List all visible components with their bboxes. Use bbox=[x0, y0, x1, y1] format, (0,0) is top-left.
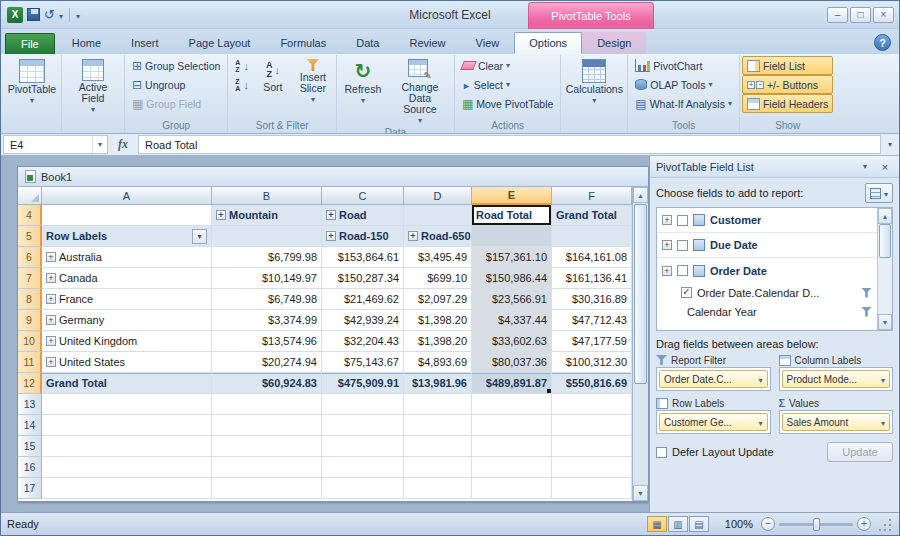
cell[interactable] bbox=[42, 394, 212, 415]
cell[interactable] bbox=[212, 226, 322, 247]
cell[interactable]: $21,469.62 bbox=[322, 289, 404, 310]
qat-customize-icon[interactable] bbox=[76, 9, 80, 21]
maximize-button[interactable] bbox=[850, 7, 871, 23]
cell[interactable]: $1,398.20 bbox=[404, 331, 472, 352]
cell[interactable]: Australia bbox=[42, 247, 212, 268]
tab-formulas[interactable]: Formulas bbox=[265, 32, 341, 54]
expand-icon[interactable] bbox=[46, 252, 56, 262]
cell[interactable]: $550,816.69 bbox=[552, 373, 632, 394]
tab-options[interactable]: Options bbox=[514, 32, 582, 54]
excel-app-icon[interactable] bbox=[7, 7, 23, 23]
cell[interactable]: $3,495.49 bbox=[404, 247, 472, 268]
move-pivottable-button[interactable]: Move PivotTable bbox=[457, 94, 558, 113]
row-header[interactable]: 5 bbox=[18, 226, 42, 247]
update-button[interactable]: Update bbox=[827, 442, 893, 462]
cell[interactable] bbox=[404, 394, 472, 415]
cell[interactable] bbox=[322, 415, 404, 436]
cell[interactable]: $153,864.61 bbox=[322, 247, 404, 268]
field-headers-toggle[interactable]: Field Headers bbox=[742, 94, 833, 113]
tab-review[interactable]: Review bbox=[394, 32, 460, 54]
cell[interactable] bbox=[552, 394, 632, 415]
cell[interactable] bbox=[404, 436, 472, 457]
cell[interactable]: $2,097.29 bbox=[404, 289, 472, 310]
collapse-icon[interactable] bbox=[662, 266, 672, 276]
cell[interactable] bbox=[472, 436, 552, 457]
column-labels-box[interactable]: Product Mode... bbox=[779, 367, 894, 391]
checkbox-checked[interactable] bbox=[681, 287, 692, 298]
undo-dropdown-icon[interactable] bbox=[59, 9, 63, 21]
expand-icon[interactable] bbox=[662, 240, 672, 250]
cell[interactable]: Road-150 bbox=[322, 226, 404, 247]
row-header[interactable]: 6 bbox=[18, 247, 42, 268]
zoom-level[interactable]: 100% bbox=[725, 518, 753, 530]
cell[interactable] bbox=[212, 457, 322, 478]
cell[interactable]: $100,312.30 bbox=[552, 352, 632, 373]
expand-icon[interactable] bbox=[46, 357, 56, 367]
normal-view-button[interactable] bbox=[647, 516, 667, 532]
column-header-d[interactable]: D bbox=[404, 187, 472, 205]
cell[interactable] bbox=[212, 394, 322, 415]
expand-icon[interactable] bbox=[46, 294, 56, 304]
help-icon[interactable] bbox=[874, 34, 891, 51]
cell[interactable] bbox=[212, 436, 322, 457]
cell[interactable]: $157,361.10 bbox=[472, 247, 552, 268]
field-item-order-date[interactable]: Order Date bbox=[657, 258, 877, 283]
cell[interactable]: United Kingdom bbox=[42, 331, 212, 352]
name-box[interactable]: E4 bbox=[3, 135, 108, 154]
minimize-button[interactable] bbox=[827, 7, 848, 23]
column-header-f[interactable]: F bbox=[552, 187, 632, 205]
values-box[interactable]: Sales Amount bbox=[779, 410, 894, 434]
cell[interactable]: Road bbox=[322, 205, 404, 226]
pane-layout-button[interactable] bbox=[865, 183, 893, 203]
cell[interactable]: $13,981.96 bbox=[404, 373, 472, 394]
expand-icon[interactable] bbox=[326, 231, 336, 241]
tab-page-layout[interactable]: Page Layout bbox=[174, 32, 266, 54]
cell[interactable]: $23,566.91 bbox=[472, 289, 552, 310]
cell[interactable] bbox=[322, 457, 404, 478]
calculations-button[interactable]: Calculations ▾ bbox=[563, 56, 625, 116]
row-header[interactable]: 9 bbox=[18, 310, 42, 331]
cell[interactable]: $6,799.98 bbox=[212, 247, 322, 268]
cell[interactable]: Road-650 bbox=[404, 226, 472, 247]
undo-icon[interactable] bbox=[44, 7, 55, 22]
page-break-view-button[interactable] bbox=[689, 516, 709, 532]
column-header-b[interactable]: B bbox=[212, 187, 322, 205]
cell[interactable] bbox=[552, 226, 632, 247]
save-icon[interactable] bbox=[27, 8, 40, 21]
row-header[interactable]: 12 bbox=[18, 373, 42, 394]
scroll-down-icon[interactable] bbox=[633, 485, 648, 501]
cell[interactable]: $80,037.36 bbox=[472, 352, 552, 373]
cell[interactable]: $10,149.97 bbox=[212, 268, 322, 289]
scroll-up-icon[interactable] bbox=[878, 208, 892, 224]
group-field-button[interactable]: Group Field bbox=[127, 94, 225, 113]
sort-ascending-button[interactable]: AZ bbox=[230, 56, 254, 75]
cell[interactable]: $47,712.43 bbox=[552, 310, 632, 331]
cell[interactable] bbox=[322, 478, 404, 499]
cell[interactable]: Row Labels bbox=[42, 226, 212, 247]
field-pill[interactable]: Sales Amount bbox=[782, 413, 891, 431]
cell[interactable] bbox=[472, 415, 552, 436]
vertical-scrollbar[interactable] bbox=[632, 187, 648, 501]
cell[interactable] bbox=[404, 478, 472, 499]
insert-function-icon[interactable]: fx bbox=[108, 134, 138, 155]
filter-dropdown-icon[interactable] bbox=[192, 229, 207, 244]
pivottable-button[interactable]: PivotTable ▾ bbox=[5, 56, 59, 116]
cell[interactable]: $6,749.98 bbox=[212, 289, 322, 310]
expand-formula-bar-icon[interactable] bbox=[881, 134, 899, 155]
row-labels-box[interactable]: Customer Ge... bbox=[656, 410, 771, 434]
cell[interactable]: $33,602.63 bbox=[472, 331, 552, 352]
cell[interactable] bbox=[472, 478, 552, 499]
cell[interactable] bbox=[42, 415, 212, 436]
close-button[interactable] bbox=[873, 7, 894, 23]
select-all-corner[interactable] bbox=[18, 187, 42, 205]
cell[interactable]: $489,891.87 bbox=[472, 373, 552, 394]
what-if-analysis-button[interactable]: What-If Analysis ▾ bbox=[630, 94, 737, 113]
page-layout-view-button[interactable] bbox=[668, 516, 688, 532]
cell[interactable]: $164,161.08 bbox=[552, 247, 632, 268]
cell[interactable] bbox=[42, 436, 212, 457]
change-data-source-button[interactable]: Change DataSource ▾ bbox=[388, 56, 452, 126]
zoom-in-button[interactable] bbox=[857, 517, 871, 531]
field-pill[interactable]: Customer Ge... bbox=[659, 413, 768, 431]
cell[interactable]: Germany bbox=[42, 310, 212, 331]
cell[interactable] bbox=[404, 457, 472, 478]
